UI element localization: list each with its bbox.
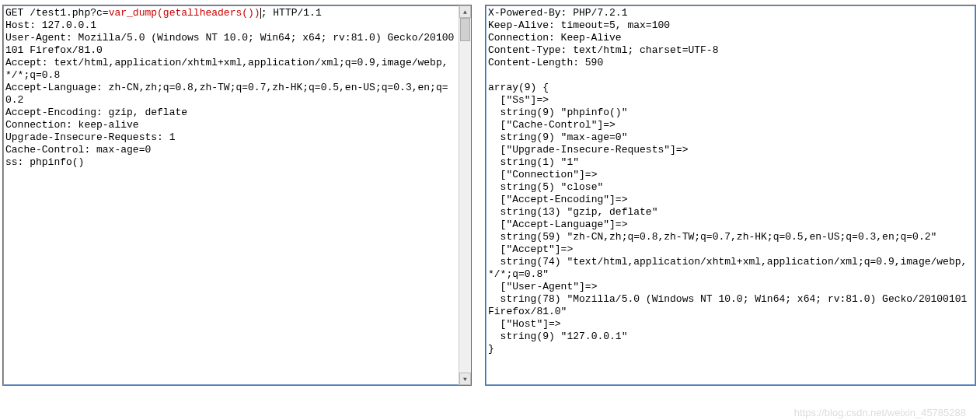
request-header-line: Accept: text/html,application/xhtml+xml,… <box>5 57 448 81</box>
response-body-line: ["Host"]=> <box>488 318 561 330</box>
request-header-line: Connection: keep-alive <box>5 119 139 131</box>
response-header-line: Content-Type: text/html; charset=UTF-8 <box>488 44 718 56</box>
request-text-area[interactable]: GET /test1.php?c=var_dump(getallheaders(… <box>3 5 471 385</box>
request-line-param: var_dump(getallheaders()) <box>109 7 260 19</box>
response-body-line: ["User-Agent"]=> <box>488 281 597 292</box>
response-header-line: X-Powered-By: PHP/7.2.1 <box>488 7 627 19</box>
response-body-line: ["Ss"]=> <box>488 94 549 106</box>
response-body-line: ["Accept-Language"]=> <box>488 219 627 230</box>
response-body-line: string(9) "127.0.0.1" <box>488 331 627 342</box>
response-body-line: ["Accept"]=> <box>488 243 573 255</box>
request-header-line: Upgrade-Insecure-Requests: 1 <box>5 131 175 143</box>
response-panel: X-Powered-By: PHP/7.2.1 Keep-Alive: time… <box>485 5 976 386</box>
request-panel: GET /test1.php?c=var_dump(getallheaders(… <box>2 5 472 386</box>
response-body-line: array(9) { <box>488 82 549 93</box>
response-body-line: ["Connection"]=> <box>488 169 597 180</box>
response-body-line: string(5) "close" <box>488 181 603 193</box>
response-header-line: Keep-Alive: timeout=5, max=100 <box>488 19 670 31</box>
response-body-line: string(1) "1" <box>488 156 579 168</box>
request-scrollbar[interactable]: ▲ ▼ <box>459 5 471 385</box>
request-header-line: Accept-Language: zh-CN,zh;q=0.8,zh-TW;q=… <box>5 82 448 106</box>
response-body-line: ["Upgrade-Insecure-Requests"]=> <box>488 144 688 156</box>
chevron-up-icon: ▲ <box>463 9 467 16</box>
request-line-suffix: ; HTTP/1.1 <box>261 7 322 19</box>
scroll-down-button[interactable]: ▼ <box>459 373 471 385</box>
request-header-line: User-Agent: Mozilla/5.0 (Windows NT 10.0… <box>5 32 454 56</box>
response-body-line: string(13) "gzip, deflate" <box>488 206 657 218</box>
request-header-line: ss: phpinfo() <box>5 156 84 168</box>
scroll-track[interactable] <box>459 18 471 373</box>
response-body-line: string(59) "zh-CN,zh;q=0.8,zh-TW;q=0.7,z… <box>488 231 936 243</box>
response-body-line: string(78) "Mozilla/5.0 (Windows NT 10.0… <box>488 293 973 317</box>
chevron-down-icon: ▼ <box>463 376 467 383</box>
request-line-prefix: GET /test1.php?c= <box>5 7 109 19</box>
scroll-thumb[interactable] <box>460 18 470 41</box>
response-body-line: string(9) "max-age=0" <box>488 131 627 143</box>
scroll-up-button[interactable]: ▲ <box>459 5 471 18</box>
watermark-text: https://blog.csdn.net/weixin_45785288 <box>794 407 966 418</box>
response-body-line: } <box>488 343 494 355</box>
response-body-line: ["Cache-Control"]=> <box>488 119 616 131</box>
response-header-line: Content-Length: 590 <box>488 57 603 68</box>
response-body-line: ["Accept-Encoding"]=> <box>488 194 627 205</box>
response-header-line: Connection: Keep-Alive <box>488 32 622 44</box>
request-header-line: Accept-Encoding: gzip, deflate <box>5 107 187 118</box>
request-header-line: Host: 127.0.0.1 <box>5 19 96 31</box>
response-body-line: string(9) "phpinfo()" <box>488 107 627 118</box>
response-body-line: string(74) "text/html,application/xhtml+… <box>488 256 967 280</box>
response-text-area[interactable]: X-Powered-By: PHP/7.2.1 Keep-Alive: time… <box>486 5 975 385</box>
request-header-line: Cache-Control: max-age=0 <box>5 144 151 156</box>
